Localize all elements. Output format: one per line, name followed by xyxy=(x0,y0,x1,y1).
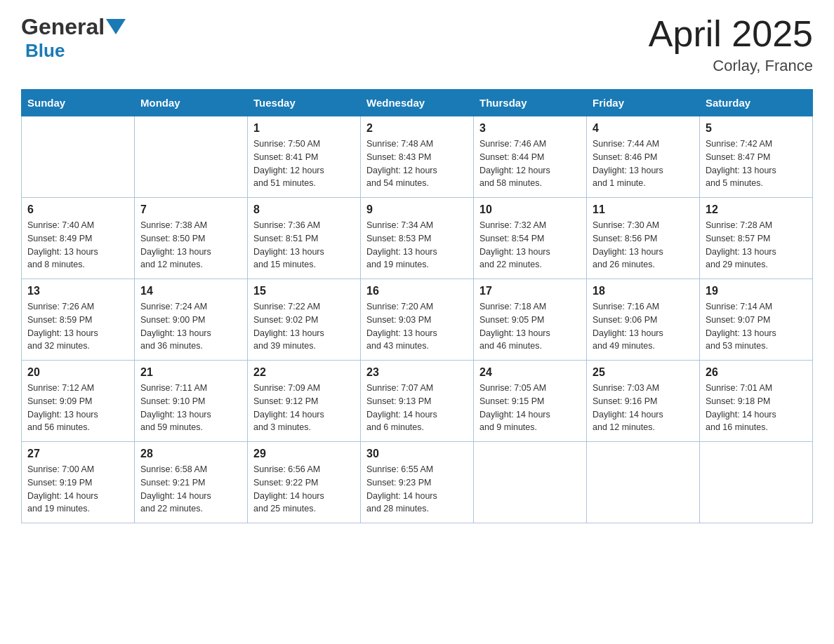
day-number: 9 xyxy=(366,203,468,216)
day-number: 26 xyxy=(706,366,807,379)
calendar-day-16: 16Sunrise: 7:20 AM Sunset: 9:03 PM Dayli… xyxy=(361,279,474,361)
calendar-day-1: 1Sunrise: 7:50 AM Sunset: 8:41 PM Daylig… xyxy=(248,116,361,198)
day-number: 16 xyxy=(366,285,468,297)
calendar-day-11: 11Sunrise: 7:30 AM Sunset: 8:56 PM Dayli… xyxy=(587,198,700,279)
calendar-day-19: 19Sunrise: 7:14 AM Sunset: 9:07 PM Dayli… xyxy=(700,279,813,361)
day-number: 6 xyxy=(27,203,128,216)
day-info: Sunrise: 7:38 AM Sunset: 8:50 PM Dayligh… xyxy=(140,219,241,271)
day-number: 24 xyxy=(479,366,581,379)
day-info: Sunrise: 7:34 AM Sunset: 8:53 PM Dayligh… xyxy=(366,219,468,271)
day-info: Sunrise: 7:40 AM Sunset: 8:49 PM Dayligh… xyxy=(27,219,128,271)
calendar-empty-cell xyxy=(700,442,813,523)
day-number: 3 xyxy=(479,122,581,135)
calendar-empty-cell xyxy=(22,116,135,198)
day-info: Sunrise: 7:03 AM Sunset: 9:16 PM Dayligh… xyxy=(593,382,694,434)
day-info: Sunrise: 7:07 AM Sunset: 9:13 PM Dayligh… xyxy=(366,382,468,434)
calendar-empty-cell xyxy=(135,116,248,198)
day-number: 25 xyxy=(593,366,694,379)
day-info: Sunrise: 7:14 AM Sunset: 9:07 PM Dayligh… xyxy=(706,300,807,353)
calendar-day-14: 14Sunrise: 7:24 AM Sunset: 9:00 PM Dayli… xyxy=(135,279,248,361)
calendar-day-7: 7Sunrise: 7:38 AM Sunset: 8:50 PM Daylig… xyxy=(135,198,248,279)
day-info: Sunrise: 7:09 AM Sunset: 9:12 PM Dayligh… xyxy=(253,382,355,434)
day-number: 17 xyxy=(479,285,581,297)
title-block: April 2025 Corlay, France xyxy=(649,14,813,75)
calendar-week-row: 6Sunrise: 7:40 AM Sunset: 8:49 PM Daylig… xyxy=(22,198,813,279)
calendar-day-25: 25Sunrise: 7:03 AM Sunset: 9:16 PM Dayli… xyxy=(587,361,700,442)
day-info: Sunrise: 7:50 AM Sunset: 8:41 PM Dayligh… xyxy=(253,137,355,190)
calendar-table: SundayMondayTuesdayWednesdayThursdayFrid… xyxy=(21,89,813,523)
calendar-day-30: 30Sunrise: 6:55 AM Sunset: 9:23 PM Dayli… xyxy=(361,442,474,523)
calendar-day-18: 18Sunrise: 7:16 AM Sunset: 9:06 PM Dayli… xyxy=(587,279,700,361)
day-info: Sunrise: 7:28 AM Sunset: 8:57 PM Dayligh… xyxy=(706,219,807,271)
day-info: Sunrise: 7:30 AM Sunset: 8:56 PM Dayligh… xyxy=(593,219,694,271)
day-number: 5 xyxy=(706,122,807,135)
day-number: 11 xyxy=(593,203,694,216)
day-info: Sunrise: 7:05 AM Sunset: 9:15 PM Dayligh… xyxy=(479,382,581,434)
day-number: 7 xyxy=(140,203,241,216)
day-number: 21 xyxy=(140,366,241,379)
day-number: 18 xyxy=(593,285,694,297)
day-info: Sunrise: 7:32 AM Sunset: 8:54 PM Dayligh… xyxy=(479,219,581,271)
calendar-day-21: 21Sunrise: 7:11 AM Sunset: 9:10 PM Dayli… xyxy=(135,361,248,442)
day-info: Sunrise: 7:12 AM Sunset: 9:09 PM Dayligh… xyxy=(27,382,128,434)
calendar-day-4: 4Sunrise: 7:44 AM Sunset: 8:46 PM Daylig… xyxy=(587,116,700,198)
calendar-empty-cell xyxy=(587,442,700,523)
day-number: 28 xyxy=(140,448,241,460)
day-info: Sunrise: 7:24 AM Sunset: 9:00 PM Dayligh… xyxy=(140,300,241,353)
calendar-day-22: 22Sunrise: 7:09 AM Sunset: 9:12 PM Dayli… xyxy=(248,361,361,442)
day-info: Sunrise: 6:55 AM Sunset: 9:23 PM Dayligh… xyxy=(366,463,468,516)
calendar-day-17: 17Sunrise: 7:18 AM Sunset: 9:05 PM Dayli… xyxy=(474,279,587,361)
day-info: Sunrise: 6:56 AM Sunset: 9:22 PM Dayligh… xyxy=(253,463,355,516)
calendar-day-29: 29Sunrise: 6:56 AM Sunset: 9:22 PM Dayli… xyxy=(248,442,361,523)
calendar-week-row: 20Sunrise: 7:12 AM Sunset: 9:09 PM Dayli… xyxy=(22,361,813,442)
logo-arrow-icon xyxy=(106,19,126,34)
day-info: Sunrise: 7:46 AM Sunset: 8:44 PM Dayligh… xyxy=(479,137,581,190)
day-info: Sunrise: 7:18 AM Sunset: 9:05 PM Dayligh… xyxy=(479,300,581,353)
logo-blue-text: Blue xyxy=(25,40,65,62)
calendar-day-6: 6Sunrise: 7:40 AM Sunset: 8:49 PM Daylig… xyxy=(22,198,135,279)
day-number: 19 xyxy=(706,285,807,297)
day-number: 22 xyxy=(253,366,355,379)
weekday-header-saturday: Saturday xyxy=(700,90,813,116)
day-number: 8 xyxy=(253,203,355,216)
calendar-subtitle: Corlay, France xyxy=(649,57,813,75)
calendar-week-row: 13Sunrise: 7:26 AM Sunset: 8:59 PM Dayli… xyxy=(22,279,813,361)
day-number: 15 xyxy=(253,285,355,297)
day-number: 13 xyxy=(27,285,128,297)
calendar-week-row: 27Sunrise: 7:00 AM Sunset: 9:19 PM Dayli… xyxy=(22,442,813,523)
calendar-day-13: 13Sunrise: 7:26 AM Sunset: 8:59 PM Dayli… xyxy=(22,279,135,361)
calendar-day-3: 3Sunrise: 7:46 AM Sunset: 8:44 PM Daylig… xyxy=(474,116,587,198)
calendar-title: April 2025 xyxy=(649,14,813,54)
day-number: 27 xyxy=(27,448,128,460)
day-info: Sunrise: 7:20 AM Sunset: 9:03 PM Dayligh… xyxy=(366,300,468,353)
calendar-day-2: 2Sunrise: 7:48 AM Sunset: 8:43 PM Daylig… xyxy=(361,116,474,198)
day-info: Sunrise: 7:16 AM Sunset: 9:06 PM Dayligh… xyxy=(593,300,694,353)
day-number: 12 xyxy=(706,203,807,216)
calendar-day-10: 10Sunrise: 7:32 AM Sunset: 8:54 PM Dayli… xyxy=(474,198,587,279)
day-info: Sunrise: 7:01 AM Sunset: 9:18 PM Dayligh… xyxy=(706,382,807,434)
weekday-header-row: SundayMondayTuesdayWednesdayThursdayFrid… xyxy=(22,90,813,116)
day-number: 29 xyxy=(253,448,355,460)
day-number: 20 xyxy=(27,366,128,379)
calendar-day-12: 12Sunrise: 7:28 AM Sunset: 8:57 PM Dayli… xyxy=(700,198,813,279)
weekday-header-monday: Monday xyxy=(135,90,248,116)
day-number: 2 xyxy=(366,122,468,135)
calendar-week-row: 1Sunrise: 7:50 AM Sunset: 8:41 PM Daylig… xyxy=(22,116,813,198)
calendar-day-15: 15Sunrise: 7:22 AM Sunset: 9:02 PM Dayli… xyxy=(248,279,361,361)
weekday-header-wednesday: Wednesday xyxy=(361,90,474,116)
calendar-day-23: 23Sunrise: 7:07 AM Sunset: 9:13 PM Dayli… xyxy=(361,361,474,442)
calendar-day-8: 8Sunrise: 7:36 AM Sunset: 8:51 PM Daylig… xyxy=(248,198,361,279)
calendar-day-27: 27Sunrise: 7:00 AM Sunset: 9:19 PM Dayli… xyxy=(22,442,135,523)
day-info: Sunrise: 7:11 AM Sunset: 9:10 PM Dayligh… xyxy=(140,382,241,434)
logo: General Blue xyxy=(21,14,126,62)
day-info: Sunrise: 7:26 AM Sunset: 8:59 PM Dayligh… xyxy=(27,300,128,353)
weekday-header-friday: Friday xyxy=(587,90,700,116)
day-number: 4 xyxy=(593,122,694,135)
calendar-day-5: 5Sunrise: 7:42 AM Sunset: 8:47 PM Daylig… xyxy=(700,116,813,198)
calendar-day-24: 24Sunrise: 7:05 AM Sunset: 9:15 PM Dayli… xyxy=(474,361,587,442)
calendar-empty-cell xyxy=(474,442,587,523)
logo-general-text: General xyxy=(21,14,105,40)
svg-marker-0 xyxy=(106,19,126,34)
day-number: 10 xyxy=(479,203,581,216)
day-info: Sunrise: 7:00 AM Sunset: 9:19 PM Dayligh… xyxy=(27,463,128,516)
